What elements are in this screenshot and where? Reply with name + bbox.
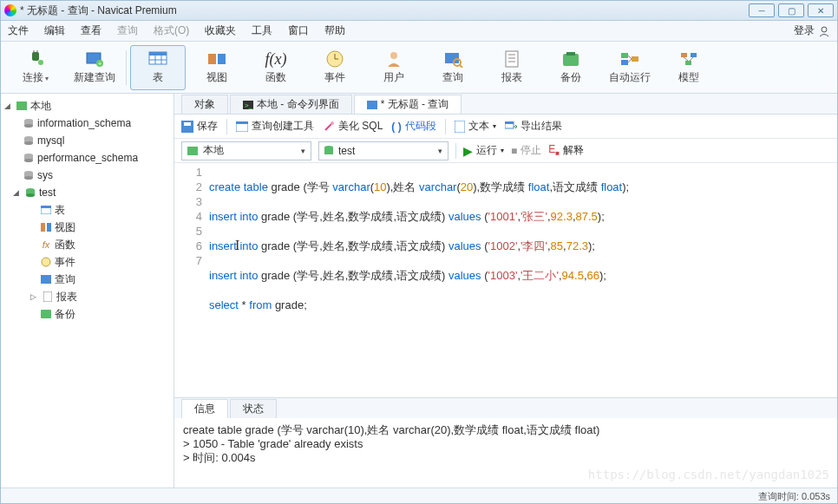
tool-query[interactable]: 查询	[425, 45, 481, 90]
maximize-button[interactable]: ▢	[778, 3, 804, 17]
menu-file[interactable]: 文件	[8, 23, 29, 38]
svg-line-32	[628, 59, 632, 62]
tool-connect[interactable]: 连接▾	[8, 45, 63, 90]
tree-label: 事件	[55, 255, 75, 270]
login-button[interactable]: 登录	[794, 23, 830, 38]
save-button[interactable]: 保存	[181, 119, 218, 134]
tool-backup[interactable]: 备份	[543, 45, 599, 90]
tree-backup[interactable]: 备份	[1, 305, 173, 323]
builder-icon	[236, 121, 248, 132]
svg-rect-57	[47, 223, 51, 232]
stop-icon: ■	[511, 145, 517, 157]
run-label: 运行	[476, 143, 497, 158]
tab-status[interactable]: 状态	[230, 399, 277, 418]
tab-query[interactable]: * 无标题 - 查询	[354, 95, 462, 114]
svg-rect-19	[445, 53, 459, 63]
text-button[interactable]: 文本 ▾	[455, 119, 496, 134]
tree-label: 报表	[56, 290, 77, 304]
tree-views[interactable]: 视图	[1, 219, 173, 236]
output-panel[interactable]: create table grade (学号 varchar(10),姓名 va…	[174, 418, 837, 488]
db-node[interactable]: information_schema	[1, 115, 173, 132]
menu-fav[interactable]: 收藏夹	[205, 23, 236, 38]
backup-icon	[39, 308, 53, 320]
svg-rect-66	[184, 122, 191, 126]
editor-tabs: 对象 >_本地 - 命令列界面 * 无标题 - 查询	[174, 94, 837, 115]
db-node[interactable]: mysql	[1, 132, 173, 149]
tab-cmdline[interactable]: >_本地 - 命令列界面	[230, 95, 352, 114]
explain-label: 解释	[563, 143, 584, 158]
plug-icon	[24, 49, 47, 69]
svg-rect-71	[455, 121, 465, 133]
tool-newquery[interactable]: + 新建查询	[67, 45, 122, 90]
play-icon: ▶	[463, 144, 473, 158]
tree-tables[interactable]: 表	[1, 201, 173, 219]
svg-rect-29	[621, 60, 628, 65]
export-button[interactable]: 导出结果	[505, 119, 562, 134]
svg-point-0	[822, 27, 827, 32]
titlebar: * 无标题 - 查询 - Navicat Premium ─ ▢ ✕	[1, 1, 837, 21]
code-area[interactable]: create table grade (学号 varchar(10),姓名 va…	[209, 165, 629, 397]
conn-label: 本地	[30, 99, 51, 114]
menu-help[interactable]: 帮助	[324, 23, 345, 38]
menu-edit[interactable]: 编辑	[44, 23, 65, 38]
beautify-button[interactable]: 美化 SQL	[323, 119, 383, 134]
conn-node[interactable]: ◢本地	[1, 97, 173, 115]
tool-table[interactable]: 表	[130, 45, 186, 90]
connection-bar: 本地▾ test▾ ▶运行 ▾ ■停止 E■解释	[174, 139, 837, 163]
db-node-active[interactable]: ◢test	[1, 184, 173, 201]
svg-rect-76	[324, 147, 333, 154]
sql-editor[interactable]: 1234567 create table grade (学号 varchar(1…	[174, 163, 837, 397]
svg-rect-73	[505, 121, 514, 124]
connection-combo[interactable]: 本地▾	[181, 141, 311, 160]
tool-model[interactable]: 模型	[661, 45, 717, 90]
wand-icon	[323, 121, 335, 133]
tool-autorun[interactable]: 自动运行	[602, 45, 658, 90]
menu-window[interactable]: 窗口	[288, 23, 309, 38]
tree-reports[interactable]: ▷报表	[1, 288, 173, 305]
svg-rect-59	[41, 275, 51, 284]
tool-user[interactable]: 用户	[366, 45, 422, 90]
explain-button[interactable]: E■解释	[548, 143, 584, 158]
tab-label: 本地 - 命令列界面	[257, 97, 339, 112]
close-button[interactable]: ✕	[808, 3, 834, 17]
tree-events[interactable]: 事件	[1, 253, 173, 271]
db-label: information_schema	[37, 117, 131, 129]
tool-function[interactable]: f(x) 函数	[248, 45, 304, 90]
tool-user-label: 用户	[383, 70, 404, 85]
menu-format[interactable]: 格式(O)	[154, 23, 189, 38]
app-logo-icon	[4, 4, 16, 16]
menu-tools[interactable]: 工具	[252, 23, 272, 38]
view-icon	[39, 221, 53, 233]
tool-report[interactable]: 报表	[484, 45, 540, 90]
db-node[interactable]: performance_schema	[1, 149, 173, 167]
menu-query[interactable]: 查询	[117, 23, 138, 38]
backup-icon	[560, 49, 582, 69]
menu-view[interactable]: 查看	[81, 23, 101, 38]
minimize-button[interactable]: ─	[749, 3, 775, 17]
function-icon: f(x)	[265, 49, 287, 69]
tree-functions[interactable]: fx函数	[1, 236, 173, 253]
tree-label: 视图	[55, 220, 75, 235]
tool-event[interactable]: 事件	[307, 45, 363, 90]
snippet-button[interactable]: ( )代码段	[391, 119, 435, 134]
navigation-tree[interactable]: ◢本地 information_schema mysql performance…	[1, 94, 174, 488]
database-combo[interactable]: test▾	[318, 141, 448, 160]
stop-button[interactable]: ■停止	[511, 143, 541, 158]
model-icon	[678, 49, 700, 69]
tab-label: * 无标题 - 查询	[381, 97, 449, 112]
svg-rect-30	[632, 56, 638, 62]
tool-view[interactable]: 视图	[189, 45, 245, 90]
tool-event-label: 事件	[324, 70, 345, 85]
tab-objects[interactable]: 对象	[181, 95, 228, 114]
svg-rect-61	[41, 310, 51, 318]
run-button[interactable]: ▶运行 ▾	[463, 143, 504, 158]
snippet-label: 代码段	[405, 119, 436, 134]
tab-info[interactable]: 信息	[181, 399, 228, 418]
tree-queries[interactable]: 查询	[1, 271, 173, 288]
svg-rect-38	[16, 101, 27, 110]
db-node[interactable]: sys	[1, 167, 173, 184]
builder-button[interactable]: 查询创建工具	[236, 119, 314, 134]
fx-icon: fx	[39, 239, 53, 251]
database-icon	[22, 152, 36, 164]
statusbar: 查询时间: 0.053s	[1, 488, 837, 504]
